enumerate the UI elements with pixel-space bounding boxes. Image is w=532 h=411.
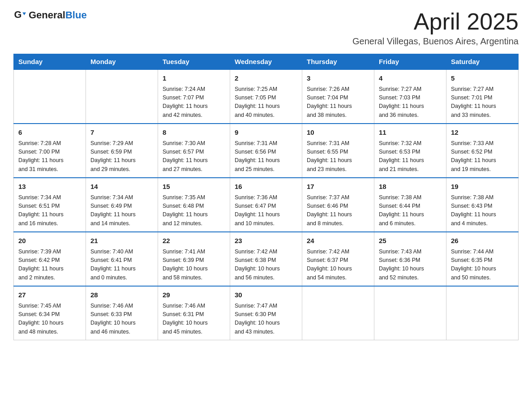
calendar-day-23: 23Sunrise: 7:42 AMSunset: 6:38 PMDayligh… [230, 232, 302, 286]
day-detail: Sunrise: 7:34 AMSunset: 6:49 PMDaylight:… [90, 193, 153, 228]
calendar-body: 1Sunrise: 7:24 AMSunset: 7:07 PMDaylight… [14, 69, 519, 340]
day-detail: Sunrise: 7:35 AMSunset: 6:48 PMDaylight:… [163, 193, 225, 228]
day-header-friday: Friday [374, 54, 446, 70]
calendar-empty-cell [86, 69, 158, 124]
calendar-day-13: 13Sunrise: 7:34 AMSunset: 6:51 PMDayligh… [14, 178, 86, 232]
day-number: 26 [451, 236, 514, 246]
day-number: 17 [307, 182, 369, 192]
day-number: 27 [18, 290, 81, 300]
calendar-week-row: 27Sunrise: 7:45 AMSunset: 6:34 PMDayligh… [14, 286, 519, 340]
day-number: 18 [379, 182, 442, 192]
calendar-day-30: 30Sunrise: 7:47 AMSunset: 6:30 PMDayligh… [230, 286, 302, 340]
calendar-day-12: 12Sunrise: 7:33 AMSunset: 6:52 PMDayligh… [446, 124, 519, 178]
day-detail: Sunrise: 7:44 AMSunset: 6:35 PMDaylight:… [451, 248, 514, 283]
day-number: 12 [451, 128, 514, 138]
svg-text:G: G [14, 9, 22, 20]
calendar-day-8: 8Sunrise: 7:30 AMSunset: 6:57 PMDaylight… [158, 124, 230, 178]
day-number: 16 [235, 182, 297, 192]
day-detail: Sunrise: 7:46 AMSunset: 6:31 PMDaylight:… [163, 302, 225, 337]
calendar-day-16: 16Sunrise: 7:36 AMSunset: 6:47 PMDayligh… [230, 178, 302, 232]
calendar-day-21: 21Sunrise: 7:40 AMSunset: 6:41 PMDayligh… [86, 232, 158, 286]
calendar-day-27: 27Sunrise: 7:45 AMSunset: 6:34 PMDayligh… [14, 286, 86, 340]
day-number: 3 [307, 73, 369, 84]
calendar-table: SundayMondayTuesdayWednesdayThursdayFrid… [13, 54, 519, 340]
day-number: 30 [235, 290, 297, 300]
calendar-day-3: 3Sunrise: 7:26 AMSunset: 7:04 PMDaylight… [302, 69, 374, 124]
calendar-empty-cell [302, 286, 374, 340]
day-detail: Sunrise: 7:31 AMSunset: 6:56 PMDaylight:… [235, 139, 297, 174]
calendar-day-14: 14Sunrise: 7:34 AMSunset: 6:49 PMDayligh… [86, 178, 158, 232]
day-detail: Sunrise: 7:42 AMSunset: 6:37 PMDaylight:… [307, 248, 369, 283]
calendar-day-5: 5Sunrise: 7:27 AMSunset: 7:01 PMDaylight… [446, 69, 519, 124]
calendar-day-7: 7Sunrise: 7:29 AMSunset: 6:59 PMDaylight… [86, 124, 158, 178]
day-number: 20 [18, 236, 81, 246]
day-number: 29 [163, 290, 225, 300]
day-number: 10 [307, 128, 369, 138]
day-detail: Sunrise: 7:38 AMSunset: 6:43 PMDaylight:… [451, 193, 514, 228]
calendar-day-17: 17Sunrise: 7:37 AMSunset: 6:46 PMDayligh… [302, 178, 374, 232]
calendar-day-4: 4Sunrise: 7:27 AMSunset: 7:03 PMDaylight… [374, 69, 446, 124]
calendar-day-22: 22Sunrise: 7:41 AMSunset: 6:39 PMDayligh… [158, 232, 230, 286]
day-detail: Sunrise: 7:25 AMSunset: 7:05 PMDaylight:… [235, 85, 297, 120]
calendar-day-6: 6Sunrise: 7:28 AMSunset: 7:00 PMDaylight… [14, 124, 86, 178]
calendar-day-19: 19Sunrise: 7:38 AMSunset: 6:43 PMDayligh… [446, 178, 519, 232]
day-number: 11 [379, 128, 442, 138]
days-of-week-row: SundayMondayTuesdayWednesdayThursdayFrid… [14, 54, 519, 70]
day-detail: Sunrise: 7:41 AMSunset: 6:39 PMDaylight:… [163, 248, 225, 283]
day-detail: Sunrise: 7:27 AMSunset: 7:01 PMDaylight:… [451, 85, 514, 120]
day-number: 28 [90, 290, 153, 300]
logo: G GeneralBlue [13, 9, 87, 21]
day-detail: Sunrise: 7:28 AMSunset: 7:00 PMDaylight:… [18, 139, 81, 174]
day-detail: Sunrise: 7:29 AMSunset: 6:59 PMDaylight:… [90, 139, 153, 174]
day-detail: Sunrise: 7:36 AMSunset: 6:47 PMDaylight:… [235, 193, 297, 228]
calendar-day-20: 20Sunrise: 7:39 AMSunset: 6:42 PMDayligh… [14, 232, 86, 286]
day-detail: Sunrise: 7:33 AMSunset: 6:52 PMDaylight:… [451, 139, 514, 174]
calendar-day-18: 18Sunrise: 7:38 AMSunset: 6:44 PMDayligh… [374, 178, 446, 232]
day-detail: Sunrise: 7:42 AMSunset: 6:38 PMDaylight:… [235, 248, 297, 283]
day-number: 8 [163, 128, 225, 138]
day-detail: Sunrise: 7:40 AMSunset: 6:41 PMDaylight:… [90, 248, 153, 283]
title-block: April 2025 General Villegas, Buenos Aire… [352, 9, 519, 47]
calendar-empty-cell [374, 286, 446, 340]
calendar-week-row: 1Sunrise: 7:24 AMSunset: 7:07 PMDaylight… [14, 69, 519, 124]
day-detail: Sunrise: 7:37 AMSunset: 6:46 PMDaylight:… [307, 193, 369, 228]
page-header: G GeneralBlue April 2025 General Villega… [13, 9, 519, 47]
calendar-day-15: 15Sunrise: 7:35 AMSunset: 6:48 PMDayligh… [158, 178, 230, 232]
day-number: 9 [235, 128, 297, 138]
day-header-wednesday: Wednesday [230, 54, 302, 70]
calendar-day-1: 1Sunrise: 7:24 AMSunset: 7:07 PMDaylight… [158, 69, 230, 124]
calendar-day-10: 10Sunrise: 7:31 AMSunset: 6:55 PMDayligh… [302, 124, 374, 178]
calendar-day-2: 2Sunrise: 7:25 AMSunset: 7:05 PMDaylight… [230, 69, 302, 124]
calendar-day-29: 29Sunrise: 7:46 AMSunset: 6:31 PMDayligh… [158, 286, 230, 340]
calendar-day-25: 25Sunrise: 7:43 AMSunset: 6:36 PMDayligh… [374, 232, 446, 286]
calendar-week-row: 20Sunrise: 7:39 AMSunset: 6:42 PMDayligh… [14, 232, 519, 286]
day-header-saturday: Saturday [446, 54, 519, 70]
day-detail: Sunrise: 7:31 AMSunset: 6:55 PMDaylight:… [307, 139, 369, 174]
day-number: 24 [307, 236, 369, 246]
day-number: 21 [90, 236, 153, 246]
logo-text-general: General [29, 9, 65, 21]
day-number: 7 [90, 128, 153, 138]
day-detail: Sunrise: 7:24 AMSunset: 7:07 PMDaylight:… [163, 85, 225, 120]
day-header-sunday: Sunday [14, 54, 86, 70]
day-header-tuesday: Tuesday [158, 54, 230, 70]
day-number: 14 [90, 182, 153, 192]
day-detail: Sunrise: 7:34 AMSunset: 6:51 PMDaylight:… [18, 193, 81, 228]
day-detail: Sunrise: 7:38 AMSunset: 6:44 PMDaylight:… [379, 193, 442, 228]
day-detail: Sunrise: 7:26 AMSunset: 7:04 PMDaylight:… [307, 85, 369, 120]
day-header-monday: Monday [86, 54, 158, 70]
calendar-week-row: 6Sunrise: 7:28 AMSunset: 7:00 PMDaylight… [14, 124, 519, 178]
day-detail: Sunrise: 7:47 AMSunset: 6:30 PMDaylight:… [235, 302, 297, 337]
day-number: 25 [379, 236, 442, 246]
calendar-header: SundayMondayTuesdayWednesdayThursdayFrid… [14, 54, 519, 70]
day-number: 6 [18, 128, 81, 138]
calendar-day-9: 9Sunrise: 7:31 AMSunset: 6:56 PMDaylight… [230, 124, 302, 178]
location-title: General Villegas, Buenos Aires, Argentin… [352, 36, 519, 47]
day-number: 19 [451, 182, 514, 192]
svg-marker-1 [22, 13, 26, 15]
calendar-empty-cell [446, 286, 519, 340]
logo-icon: G [13, 9, 26, 21]
day-number: 5 [451, 73, 514, 84]
day-number: 15 [163, 182, 225, 192]
calendar-day-28: 28Sunrise: 7:46 AMSunset: 6:33 PMDayligh… [86, 286, 158, 340]
